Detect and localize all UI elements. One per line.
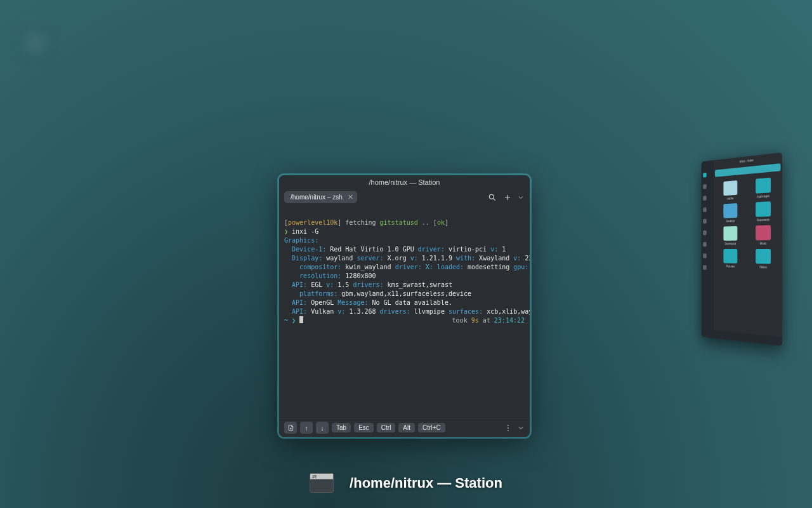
arrow-down-key[interactable]: ↓ bbox=[316, 422, 329, 434]
arrow-up-key[interactable]: ↑ bbox=[300, 422, 313, 434]
sidebar-item[interactable] bbox=[703, 229, 712, 236]
menu-icon[interactable] bbox=[502, 422, 514, 434]
svg-line-1 bbox=[494, 198, 495, 200]
file-manager-window[interactable]: nitrux - Index cacheAppImagesDesktopDocu… bbox=[702, 152, 782, 346]
window-thumbnail-icon: #! bbox=[310, 473, 334, 493]
folder-item[interactable]: AppImages bbox=[748, 177, 779, 199]
tab-label: /home/nitrux – zsh bbox=[291, 194, 343, 201]
folder-item[interactable]: Documents bbox=[748, 201, 779, 222]
folder-item[interactable]: Downloads bbox=[716, 226, 745, 246]
sidebar-item[interactable] bbox=[703, 183, 712, 190]
svg-point-8 bbox=[508, 430, 509, 431]
cursor bbox=[299, 316, 303, 323]
folder-icon bbox=[723, 249, 737, 264]
chevron-down-icon[interactable] bbox=[517, 422, 525, 434]
overview-title: /home/nitrux — Station bbox=[350, 475, 502, 491]
terminal-tab[interactable]: /home/nitrux – zsh ✕ bbox=[284, 191, 357, 203]
ctrl-key[interactable]: Ctrl bbox=[377, 423, 396, 432]
sidebar-item[interactable] bbox=[703, 206, 712, 213]
folder-item[interactable]: Pictures bbox=[716, 249, 745, 269]
sidebar-item[interactable] bbox=[703, 218, 712, 225]
sidebar-item[interactable] bbox=[703, 194, 712, 202]
folder-label: Documents bbox=[757, 218, 769, 222]
terminal-output[interactable]: [powerlevel10k] fetching gitstatusd .. [… bbox=[279, 207, 530, 418]
folder-item[interactable]: cache bbox=[716, 180, 745, 201]
folder-label: Pictures bbox=[726, 264, 735, 268]
tab-key[interactable]: Tab bbox=[332, 423, 351, 432]
close-tab-icon[interactable]: ✕ bbox=[348, 193, 353, 201]
folder-icon bbox=[723, 180, 737, 196]
folder-label: cache bbox=[727, 196, 733, 200]
prompt: ~ ❯ bbox=[284, 317, 299, 324]
folder-item[interactable]: Music bbox=[748, 225, 779, 245]
folder-label: Desktop bbox=[726, 219, 735, 223]
svg-point-6 bbox=[508, 425, 509, 426]
sidebar-item[interactable] bbox=[703, 171, 712, 178]
folder-item[interactable]: Desktop bbox=[716, 203, 745, 223]
overview-caption: #! /home/nitrux — Station bbox=[310, 473, 502, 493]
file-manager-sidebar bbox=[702, 160, 714, 338]
folder-icon bbox=[756, 249, 771, 264]
sidebar-item[interactable] bbox=[703, 241, 712, 248]
folder-icon bbox=[723, 226, 737, 241]
ctrl-c-key[interactable]: Ctrl+C bbox=[418, 423, 445, 432]
folder-label: Downloads bbox=[724, 242, 736, 246]
folder-icon bbox=[756, 225, 771, 241]
esc-key[interactable]: Esc bbox=[354, 423, 374, 432]
dropdown-icon[interactable] bbox=[517, 192, 525, 203]
desktop-blurred-icon bbox=[18, 25, 53, 60]
folder-grid: cacheAppImagesDesktopDocumentsDownloadsM… bbox=[714, 173, 782, 337]
new-file-icon[interactable] bbox=[284, 422, 297, 434]
tab-bar: /home/nitrux – zsh ✕ bbox=[279, 189, 530, 207]
window-title: /home/nitrux — Station bbox=[279, 175, 530, 189]
folder-label: Videos bbox=[759, 265, 767, 269]
sidebar-item[interactable] bbox=[703, 264, 712, 271]
svg-point-0 bbox=[489, 194, 494, 199]
folder-icon bbox=[756, 178, 771, 194]
folder-label: Music bbox=[760, 241, 766, 245]
svg-point-7 bbox=[508, 427, 509, 429]
sidebar-item[interactable] bbox=[703, 252, 712, 259]
search-icon[interactable] bbox=[487, 192, 498, 203]
terminal-toolbar: ↑ ↓ Tab Esc Ctrl Alt Ctrl+C bbox=[279, 418, 530, 437]
folder-item[interactable]: Videos bbox=[748, 249, 779, 269]
folder-icon bbox=[723, 203, 737, 218]
folder-icon bbox=[756, 201, 771, 217]
alt-key[interactable]: Alt bbox=[398, 423, 415, 432]
terminal-window[interactable]: /home/nitrux — Station /home/nitrux – zs… bbox=[279, 175, 530, 437]
new-tab-icon[interactable] bbox=[502, 192, 513, 203]
folder-label: AppImages bbox=[757, 194, 769, 198]
